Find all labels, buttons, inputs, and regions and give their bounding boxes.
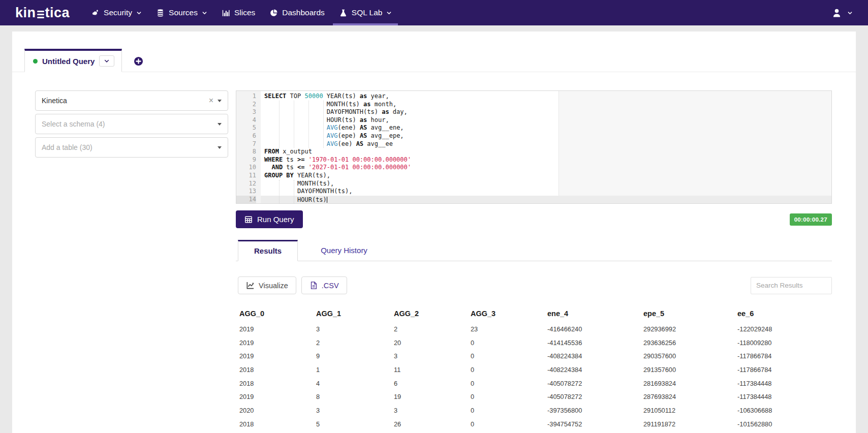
editor-code-area[interactable]: SELECT TOP 50000 YEAR(ts) as year, MONTH…	[261, 91, 831, 203]
table-cell: -416466240	[547, 325, 643, 333]
nav-item-sources[interactable]: Sources	[149, 0, 214, 25]
line-number: 10	[236, 164, 256, 172]
code-line[interactable]: AVG(ee) AS avg__ee	[261, 140, 831, 148]
database-select[interactable]: Kinetica ×	[35, 90, 228, 111]
code-line[interactable]: DAYOFMONTH(ts),	[261, 188, 831, 196]
table-cell: -405078272	[547, 393, 643, 400]
table-row: 20193223-416466240292936992-122029248	[239, 322, 832, 336]
table-cell: 4	[316, 380, 394, 387]
query-tab-dropdown[interactable]	[99, 55, 114, 67]
user-icon	[831, 8, 842, 18]
run-query-label: Run Query	[257, 215, 294, 224]
query-tab-label: Untitled Query	[42, 57, 95, 66]
table-cell: 287693824	[643, 393, 737, 400]
text-cursor	[327, 197, 327, 203]
nav-menu: Security Sources Slices Dashboards SQL L…	[84, 0, 399, 25]
editor-code-lines: SELECT TOP 50000 YEAR(ts) as year, MONTH…	[261, 92, 831, 204]
column-header: ene_4	[547, 310, 643, 318]
csv-button[interactable]: .CSV	[301, 276, 347, 294]
sql-editor[interactable]: 1234567891011121314 SELECT TOP 50000 YEA…	[236, 90, 832, 204]
table-cell: -408224384	[547, 366, 643, 374]
user-menu[interactable]	[831, 8, 853, 18]
column-header: epe_5	[643, 310, 737, 318]
table-cell: 293636256	[643, 339, 737, 347]
table-cell: 0	[471, 352, 547, 360]
results-table: AGG_0AGG_1AGG_2AGG_3ene_4epe_5ee_6 20193…	[236, 310, 832, 431]
csv-label: .CSV	[322, 282, 339, 290]
column-header: AGG_2	[394, 310, 471, 318]
table-cell: 0	[471, 407, 547, 414]
nav-item-label: Dashboards	[282, 8, 325, 17]
code-line[interactable]: MONTH(ts),	[261, 180, 831, 188]
table-cell: 2	[316, 339, 394, 347]
line-number: 2	[236, 101, 256, 109]
table-cell: 292936992	[643, 325, 737, 333]
table-cell: 2019	[239, 339, 316, 347]
table-row: 20198190-405078272287693824-117384448	[239, 390, 832, 404]
left-panel: Kinetica × Select a schema (4) Add a tab…	[35, 90, 228, 431]
run-query-button[interactable]: Run Query	[236, 210, 303, 228]
line-number: 14	[236, 196, 256, 204]
table-cell: 290357600	[643, 352, 737, 360]
table-cell: 3	[394, 352, 471, 360]
table-cell: -106306688	[737, 407, 832, 414]
table-cell: 0	[471, 420, 547, 428]
flask-icon	[339, 9, 348, 17]
nav-item-label: SQL Lab	[352, 8, 383, 17]
bar-chart-icon	[222, 9, 230, 17]
table-cell: -117384448	[737, 380, 832, 387]
nav-item-slices[interactable]: Slices	[214, 0, 262, 25]
caret-down-icon	[218, 100, 222, 102]
nav-item-dashboards[interactable]: Dashboards	[262, 0, 332, 25]
results-toolbar: Visualize .CSV	[236, 276, 832, 294]
query-timer-badge: 00:00:00.27	[790, 213, 832, 226]
code-line[interactable]: MONTH(ts) as month,	[261, 101, 831, 109]
gears-icon	[91, 9, 100, 17]
code-line[interactable]: FROM x_output	[261, 148, 831, 156]
code-line[interactable]: HOUR(ts) as hour,	[261, 116, 831, 125]
code-line[interactable]: HOUR(ts)	[261, 196, 831, 204]
table-cell: 291191872	[643, 420, 737, 428]
table-cell: -117384448	[737, 393, 832, 400]
table-cell: 2019	[239, 352, 316, 360]
query-tabstrip: Untitled Query	[12, 49, 856, 72]
schema-select[interactable]: Select a schema (4)	[35, 114, 228, 134]
code-line[interactable]: AVG(ene) AS avg__ene,	[261, 124, 831, 132]
table-cell: 2019	[239, 393, 316, 400]
line-number: 11	[236, 172, 256, 180]
database-select-value: Kinetica	[42, 97, 67, 105]
table-cell: -397356800	[547, 407, 643, 414]
visualize-button[interactable]: Visualize	[238, 276, 296, 294]
code-line[interactable]: AND ts <= '2027-01-01 00:00:00.000000'	[261, 164, 831, 172]
add-tab-button[interactable]	[134, 56, 143, 66]
table-row: 20185260-394754752291191872-101562880	[239, 417, 832, 431]
result-tabs: Results Query History	[236, 240, 832, 261]
clear-icon[interactable]: ×	[205, 97, 218, 105]
code-line[interactable]: WHERE ts >= '1970-01-01 00:00:00.000000'	[261, 156, 831, 164]
table-cell: 2019	[239, 325, 316, 333]
nav-item-sql-lab[interactable]: SQL Lab	[332, 0, 399, 25]
pie-chart-icon	[269, 9, 278, 17]
nav-item-security[interactable]: Security	[84, 0, 149, 25]
table-cell: 2020	[239, 407, 316, 414]
line-number: 5	[236, 124, 256, 132]
table-select[interactable]: Add a table (30)	[35, 137, 228, 158]
table-cell: 291357600	[643, 366, 737, 374]
tab-untitled-query[interactable]: Untitled Query	[24, 49, 122, 72]
code-line[interactable]: GROUP BY YEAR(ts),	[261, 172, 831, 180]
search-results-input[interactable]	[751, 277, 832, 294]
top-navbar: kin tica Security Sources Slices Dashboa…	[0, 0, 868, 25]
table-cell: -414145536	[547, 339, 643, 347]
table-cell: 3	[316, 407, 394, 414]
code-line[interactable]: AVG(epe) AS avg__epe,	[261, 132, 831, 140]
column-header: AGG_1	[316, 310, 394, 318]
table-header-row: AGG_0AGG_1AGG_2AGG_3ene_4epe_5ee_6	[239, 310, 832, 318]
code-line[interactable]: SELECT TOP 50000 YEAR(ts) as year,	[261, 92, 831, 101]
code-line[interactable]: DAYOFMONTH(ts) as day,	[261, 108, 831, 116]
tab-query-history[interactable]: Query History	[298, 241, 390, 261]
line-number: 13	[236, 188, 256, 196]
tab-results[interactable]: Results	[238, 240, 298, 261]
nav-item-label: Slices	[234, 8, 255, 17]
kinetica-logo[interactable]: kin tica	[15, 5, 70, 21]
table-cell: 0	[471, 366, 547, 374]
